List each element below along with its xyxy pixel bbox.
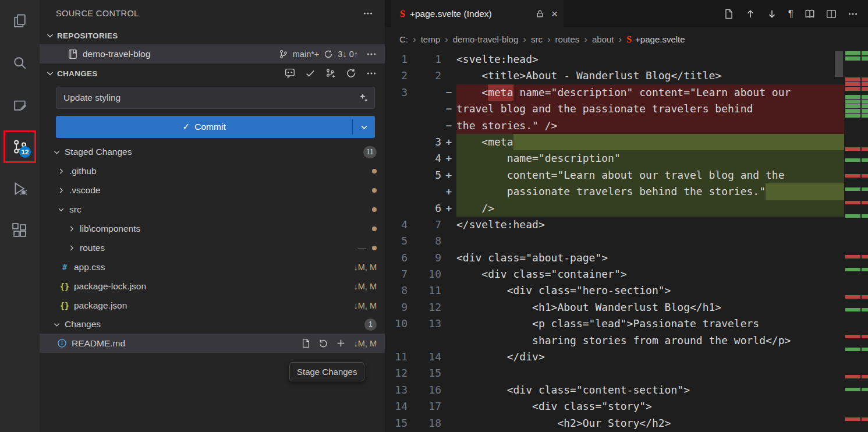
breadcrumb-item[interactable]: about: [592, 34, 614, 44]
tree-item-package-lock-json[interactable]: {} package-lock.json ↓M, M: [40, 277, 385, 296]
breadcrumb-item[interactable]: temp: [421, 34, 440, 44]
code-row[interactable]: 912 <h1>About Wanderlust Blog</h1>: [385, 299, 844, 316]
code-row[interactable]: 1215: [385, 365, 844, 381]
tree-item-vscode[interactable]: .vscode: [40, 180, 385, 200]
code-row[interactable]: 710 <div class="container">: [385, 266, 844, 282]
scrollbar-thumb[interactable]: [835, 51, 843, 77]
new-line-number: 16: [408, 382, 441, 398]
tree-item-readme[interactable]: README.md ↓M, M: [40, 334, 385, 353]
changes-header-label: CHANGES: [57, 69, 98, 78]
chevron-down-icon: [360, 123, 369, 132]
changes-section-header[interactable]: CHANGES: [40, 63, 385, 83]
code-row[interactable]: 1518 <h2>Our Story</h2>: [385, 415, 844, 431]
commit-graph-icon[interactable]: [285, 68, 295, 79]
breadcrumb-item[interactable]: C:: [399, 34, 408, 44]
stage-icon[interactable]: [336, 338, 346, 348]
diff-removed-mark: [845, 77, 860, 82]
chevron-separator-icon: ›: [445, 34, 448, 44]
next-change-icon[interactable]: [767, 9, 777, 19]
commit-dropdown-button[interactable]: [353, 116, 375, 138]
sync-counts[interactable]: 3↓ 0↑: [338, 49, 358, 59]
diff-added-mark: [845, 158, 860, 162]
diff-added-mark: [845, 56, 860, 61]
code-row[interactable]: 11<svelte:head>: [385, 51, 844, 68]
code-segment: <div class="story">: [456, 398, 652, 415]
staged-changes-header[interactable]: Staged Changes 11: [40, 143, 385, 161]
activity-item-search[interactable]: [0, 42, 40, 84]
code-row[interactable]: sharing stories from around the world</p…: [385, 332, 844, 349]
code-row[interactable]: 6+ />: [385, 200, 844, 217]
split-editor-icon[interactable]: [826, 9, 837, 19]
open-file-icon[interactable]: [724, 9, 734, 19]
chevron-down-icon: [45, 31, 55, 40]
whitespace-icon[interactable]: ¶: [788, 8, 793, 20]
diff-removed-mark: [845, 87, 860, 91]
chevron-down-icon: [57, 206, 65, 214]
breadcrumb-item[interactable]: routes: [555, 34, 580, 44]
stage-all-icon[interactable]: [325, 68, 336, 79]
code-row[interactable]: 1013 <p class="lead">Passionate traveler…: [385, 316, 844, 332]
activity-item-source-control[interactable]: 12: [0, 126, 40, 168]
tree-item-app-css[interactable]: # app.css ↓M, M: [40, 257, 385, 277]
code-row[interactable]: 1417 <div class="story">: [385, 398, 844, 415]
new-line-number: 10: [408, 266, 441, 282]
tree-item-github[interactable]: .github: [40, 161, 385, 180]
more-actions-icon[interactable]: [363, 8, 373, 19]
diff-removed-mark: [845, 147, 860, 151]
code-row[interactable]: 3+ <meta: [385, 134, 844, 150]
files-icon: [12, 13, 28, 29]
breadcrumb-file[interactable]: S +page.svelte: [626, 34, 685, 45]
commit-check-icon[interactable]: [305, 68, 316, 79]
code-row[interactable]: −travel blog and the passionate traveler…: [385, 101, 844, 117]
commit-message-input[interactable]: [56, 87, 375, 109]
code-row[interactable]: 811 <div class="hero-section">: [385, 282, 844, 299]
breadcrumb-item[interactable]: src: [531, 34, 543, 44]
open-file-icon[interactable]: [301, 338, 311, 348]
diff-added-mark: [862, 51, 868, 55]
code-row[interactable]: 5+ content="Learn about our travel blog …: [385, 167, 844, 183]
prev-change-icon[interactable]: [745, 9, 756, 19]
activity-item-run-debug[interactable]: [0, 168, 40, 210]
code-row[interactable]: 1114 </div>: [385, 349, 844, 365]
diff-added-mark: [845, 109, 860, 113]
commit-button[interactable]: ✓ Commit: [56, 116, 375, 138]
code-row[interactable]: −the stories." />: [385, 118, 844, 134]
copilot-edits-icon: [12, 97, 28, 113]
old-line-number: 1: [385, 51, 408, 68]
sync-icon[interactable]: [324, 49, 333, 59]
more-actions-icon[interactable]: [366, 68, 377, 79]
sparkle-icon[interactable]: [359, 93, 369, 102]
activity-item-extensions[interactable]: [0, 210, 40, 252]
repository-row[interactable]: demo-travel-blog main*+ 3↓ 0↑: [40, 44, 385, 63]
code-row[interactable]: 4+ name="description": [385, 150, 844, 167]
code-row[interactable]: 3− <meta name="description" content="Lea…: [385, 84, 844, 101]
code-text: travel blog and the passionate travelers…: [456, 101, 844, 117]
repositories-header[interactable]: REPOSITORIES: [40, 27, 385, 44]
tree-item-package-json[interactable]: {} package.json ↓M, M: [40, 296, 385, 315]
code-row[interactable]: + passionate travelers behind the storie…: [385, 183, 844, 200]
book-icon[interactable]: [805, 9, 815, 19]
code-segment: </div>: [456, 349, 545, 365]
code-row[interactable]: 47</svelte:head>: [385, 217, 844, 233]
discard-icon[interactable]: [318, 338, 328, 348]
git-decoration: ↓M, M: [354, 282, 377, 291]
changes-group-header[interactable]: Changes 1: [40, 315, 385, 334]
more-actions-icon[interactable]: [366, 49, 377, 59]
code-row[interactable]: 1316 <div class="content-section">: [385, 382, 844, 398]
json-file-icon: {}: [59, 282, 70, 291]
tree-item-routes[interactable]: routes —: [40, 238, 385, 257]
refresh-icon[interactable]: [346, 68, 356, 79]
tree-item-src[interactable]: src: [40, 200, 385, 219]
code-row[interactable]: 69<div class="about-page">: [385, 250, 844, 266]
breadcrumb-item[interactable]: demo-travel-blog: [453, 34, 519, 44]
branch-status[interactable]: main*+: [293, 49, 320, 59]
old-line-number: 14: [385, 398, 408, 415]
tab-page-svelte[interactable]: S +page.svelte (Index) ×: [391, 0, 564, 27]
close-icon[interactable]: ×: [551, 8, 558, 19]
code-row[interactable]: 22 <title>About - Wanderlust Blog</title…: [385, 68, 844, 84]
tree-item-lib-components[interactable]: lib\components: [40, 219, 385, 238]
activity-item-explorer[interactable]: [0, 0, 40, 42]
more-actions-icon[interactable]: [848, 9, 858, 19]
code-row[interactable]: 58: [385, 233, 844, 249]
activity-item-copilot-edits[interactable]: [0, 84, 40, 126]
